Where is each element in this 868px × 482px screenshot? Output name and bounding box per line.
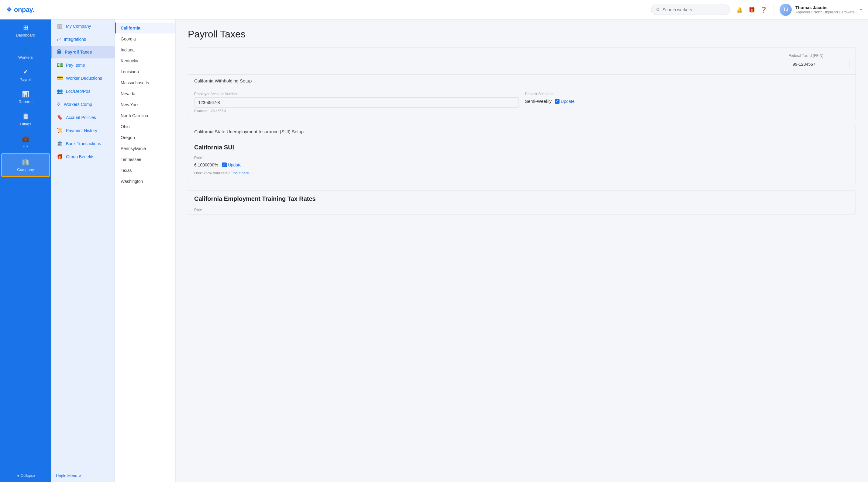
state-item-indiana[interactable]: Indiana: [115, 45, 175, 55]
state-label-north-carolina: North Carolina: [121, 113, 148, 118]
rate-update-button[interactable]: ✓ Update: [222, 163, 242, 167]
state-item-california[interactable]: California: [115, 23, 175, 33]
logo[interactable]: ❖ onpay.: [6, 6, 34, 14]
sidebar-item-hr[interactable]: 💼 HR: [0, 131, 51, 153]
state-label-kentucky: Kentucky: [121, 58, 138, 63]
sub-item-label-workers-comp: Workers Comp: [64, 102, 92, 107]
integrations-icon: ⇄: [57, 36, 61, 42]
deposit-update-button[interactable]: ✓ Update: [555, 99, 575, 104]
sidebar-item-company[interactable]: 🏢 Company: [1, 153, 50, 177]
state-label-indiana: Indiana: [121, 48, 135, 52]
sub-item-my-company[interactable]: 🏢 My Company: [51, 20, 115, 33]
svg-point-0: [657, 8, 659, 10]
state-item-louisiana[interactable]: Louisiana: [115, 66, 175, 77]
withholding-section-title: California Withholding Setup: [188, 74, 856, 87]
employment-tax-panel: California Employment Training Tax Rates…: [188, 190, 856, 215]
sidebar-label-dashboard: Dashboard: [16, 33, 35, 37]
sidebar-item-reports[interactable]: 📊 Reports: [0, 86, 51, 108]
rate-row: 6.1000000% ✓ Update: [194, 163, 849, 167]
state-item-ohio[interactable]: Ohio: [115, 121, 175, 132]
main-panel: California Georgia Indiana Kentucky Loui…: [115, 20, 868, 482]
sub-item-bank-transactions[interactable]: 🏦 Bank Transactions: [51, 137, 115, 150]
unpin-menu-button[interactable]: Unpin Menu ✕: [56, 474, 82, 478]
state-item-georgia[interactable]: Georgia: [115, 33, 175, 45]
filings-icon: 📋: [22, 113, 29, 120]
search-bar[interactable]: [651, 5, 730, 15]
my-company-icon: 🏢: [57, 23, 63, 29]
user-menu[interactable]: TJ Thomas Jacobs Approver • North Highla…: [773, 4, 862, 16]
search-icon: [656, 8, 660, 12]
gifts-icon[interactable]: 🎁: [748, 6, 755, 13]
sidebar: ⊞ Dashboard 👤 Workers ✔ Payroll 📊 Report…: [0, 20, 51, 482]
sidebar-item-dashboard[interactable]: ⊞ Dashboard: [0, 20, 51, 42]
withholding-panel: Federal Tax Id (FEIN) 99-1234567 Califor…: [188, 47, 856, 119]
state-label-texas: Texas: [121, 168, 132, 173]
header: ❖ onpay. 🔔 🎁 ❓ TJ Thomas Jacobs Approver…: [0, 0, 868, 20]
pay-items-icon: 💵: [57, 62, 63, 68]
layout: ⊞ Dashboard 👤 Workers ✔ Payroll 📊 Report…: [0, 20, 868, 482]
fein-group: Federal Tax Id (FEIN) 99-1234567: [789, 54, 849, 69]
loc-dep-pos-icon: 👥: [57, 88, 63, 94]
sidebar-label-company: Company: [17, 167, 34, 172]
state-item-oregon[interactable]: Oregon: [115, 132, 175, 143]
svg-line-1: [659, 10, 659, 11]
state-item-new-york[interactable]: New York: [115, 99, 175, 110]
sub-item-payroll-taxes[interactable]: 🏛 Payroll Taxes: [51, 46, 115, 58]
notifications-icon[interactable]: 🔔: [736, 6, 743, 13]
employer-account-value: 123-4567-8: [194, 97, 519, 108]
avatar: TJ: [780, 4, 792, 16]
rate-group: Rate 6.1000000% ✓ Update Don't know your…: [194, 156, 849, 175]
sidebar-item-filings[interactable]: 📋 Filings: [0, 108, 51, 131]
sub-item-pay-items[interactable]: 💵 Pay Items: [51, 58, 115, 72]
hr-icon: 💼: [22, 135, 29, 142]
state-item-pennsylvania[interactable]: Pennsylvania: [115, 143, 175, 154]
user-info: Thomas Jacobs Approver • North Highland …: [795, 5, 855, 14]
sui-section-body: California SUI Rate 6.1000000% ✓ Update …: [188, 138, 856, 184]
sub-item-worker-deductions[interactable]: 💳 Worker Deductions: [51, 72, 115, 85]
state-item-texas[interactable]: Texas: [115, 165, 175, 176]
rate-update-icon: ✓: [222, 163, 227, 167]
state-item-tennessee[interactable]: Tennessee: [115, 154, 175, 165]
state-list-panel: California Georgia Indiana Kentucky Loui…: [115, 20, 176, 482]
sub-item-group-benefits[interactable]: 🎁 Group Benefits: [51, 150, 115, 163]
reports-icon: 📊: [22, 90, 29, 98]
help-icon[interactable]: ❓: [761, 6, 767, 13]
state-label-pennsylvania: Pennsylvania: [121, 146, 146, 151]
deposit-schedule-label: Deposit Schedule: [525, 92, 849, 96]
rate-value: 6.1000000%: [194, 163, 218, 167]
sub-sidebar-footer: Unpin Menu ✕: [51, 469, 115, 482]
sub-item-integrations[interactable]: ⇄ Integrations: [51, 33, 115, 46]
sub-item-workers-comp[interactable]: ✈ Workers Comp: [51, 98, 115, 111]
find-here-link[interactable]: Find it here.: [231, 171, 250, 175]
state-item-massachusetts[interactable]: Massachusetts: [115, 77, 175, 88]
state-label-nevada: Nevada: [121, 91, 135, 96]
sub-item-payment-history[interactable]: 📜 Payment History: [51, 124, 115, 137]
sidebar-item-payroll[interactable]: ✔ Payroll: [0, 64, 51, 86]
accrual-policies-icon: 🔖: [57, 114, 63, 120]
sidebar-label-reports: Reports: [19, 100, 33, 104]
sub-item-accrual-policies[interactable]: 🔖 Accrual Policies: [51, 111, 115, 124]
logo-text: onpay.: [14, 6, 34, 14]
employer-account-group: Employer Account Number 123-4567-8 Examp…: [194, 92, 519, 113]
chevron-down-icon: ▾: [860, 8, 862, 12]
withholding-panel-body: Federal Tax Id (FEIN) 99-1234567 Califor…: [188, 48, 856, 119]
state-label-massachusetts: Massachusetts: [121, 80, 149, 85]
workers-icon: 👤: [22, 46, 29, 53]
user-role: Approver • North Highland Hardware: [795, 10, 855, 14]
sub-item-loc-dep-pos[interactable]: 👥 Loc/Dep/Pos: [51, 85, 115, 98]
sidebar-item-workers[interactable]: 👤 Workers: [0, 42, 51, 64]
state-item-nevada[interactable]: Nevada: [115, 88, 175, 99]
state-label-georgia: Georgia: [121, 36, 136, 41]
rate-label: Rate: [194, 156, 849, 160]
collapse-button[interactable]: ◄ Collapse: [0, 469, 51, 482]
update-checkbox-icon: ✓: [555, 99, 560, 104]
workers-comp-icon: ✈: [57, 101, 61, 107]
state-item-washington[interactable]: Washington: [115, 176, 175, 187]
state-item-north-carolina[interactable]: North Carolina: [115, 110, 175, 121]
search-input[interactable]: [662, 7, 725, 12]
payment-history-icon: 📜: [57, 127, 63, 133]
state-item-kentucky[interactable]: Kentucky: [115, 55, 175, 66]
rate-update-label: Update: [228, 163, 242, 167]
collapse-label: ◄ Collapse: [16, 474, 35, 478]
dashboard-icon: ⊞: [23, 24, 28, 31]
